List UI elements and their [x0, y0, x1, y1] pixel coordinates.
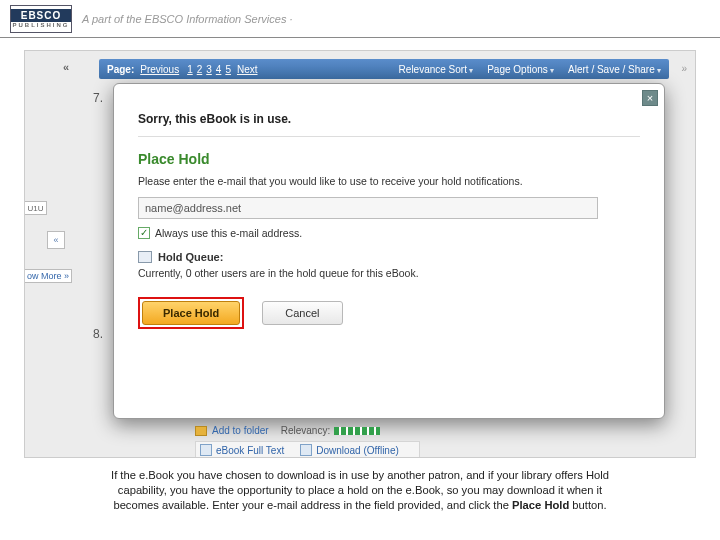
ebook-in-use-message: Sorry, this eBook is in use.: [138, 112, 640, 126]
email-input[interactable]: [138, 197, 598, 219]
page-2-link[interactable]: 2: [197, 64, 203, 75]
email-instruction: Please enter the e-mail that you would l…: [138, 175, 640, 187]
page-label: Page:: [107, 64, 134, 75]
add-to-folder-link[interactable]: Add to folder: [212, 425, 269, 436]
top-header: EBSCO PUBLISHING A part of the EBSCO Inf…: [0, 0, 720, 38]
result-number-7: 7.: [93, 91, 103, 105]
cancel-button[interactable]: Cancel: [262, 301, 342, 325]
page-previous-link[interactable]: Previous: [140, 64, 179, 75]
results-toolbar: Page: Previous 1 2 3 4 5 Next Relevance …: [99, 59, 669, 79]
left-panel-collapse-button[interactable]: «: [47, 231, 65, 249]
relevancy-label: Relevancy:: [281, 425, 330, 436]
hold-queue-label: Hold Queue:: [158, 251, 223, 263]
place-hold-dialog: × Sorry, this eBook is in use. Place Hol…: [113, 83, 665, 419]
highlight-box: Place Hold: [138, 297, 244, 329]
download-offline-link[interactable]: Download (Offline): [316, 445, 399, 456]
collapse-right-icon[interactable]: »: [681, 63, 687, 74]
page-next-link[interactable]: Next: [237, 64, 258, 75]
place-hold-heading: Place Hold: [138, 151, 640, 167]
always-use-email-label: Always use this e-mail address.: [155, 227, 302, 239]
result-links-row: eBook Full Text Download (Offline): [195, 441, 420, 458]
caption-text: If the e.Book you have chosen to downloa…: [34, 468, 686, 513]
hold-queue-row: Hold Queue:: [138, 251, 640, 263]
result-actions-row: Add to folder Relevancy:: [195, 425, 380, 436]
screenshot-frame: « » Page: Previous 1 2 3 4 5 Next Releva…: [24, 50, 696, 458]
ebsco-logo: EBSCO PUBLISHING: [10, 5, 72, 33]
checkbox-icon[interactable]: ✓: [138, 227, 150, 239]
page-5-link[interactable]: 5: [225, 64, 231, 75]
hold-queue-description: Currently, 0 other users are in the hold…: [138, 267, 640, 279]
ebook-full-text-link[interactable]: eBook Full Text: [216, 445, 284, 456]
page-3-link[interactable]: 3: [206, 64, 212, 75]
alert-save-share-menu[interactable]: Alert / Save / Share: [568, 64, 661, 75]
caption-line-2: capability, you have the opportunity to …: [118, 484, 602, 496]
left-panel-fragment-1: U1U: [25, 201, 47, 215]
page-4-link[interactable]: 4: [216, 64, 222, 75]
page-options-menu[interactable]: Page Options: [487, 64, 554, 75]
caption-line-1: If the e.Book you have chosen to downloa…: [111, 469, 609, 481]
logo-text-bottom: PUBLISHING: [12, 22, 69, 28]
page-1-link[interactable]: 1: [187, 64, 193, 75]
caption-line-3a: becomes available. Enter your e-mail add…: [113, 499, 512, 511]
place-hold-button[interactable]: Place Hold: [142, 301, 240, 325]
dialog-button-row: Place Hold Cancel: [138, 297, 640, 329]
divider: [138, 136, 640, 137]
queue-icon: [138, 251, 152, 263]
logo-text-top: EBSCO: [11, 9, 71, 22]
collapse-left-icon[interactable]: «: [63, 61, 69, 73]
folder-icon: [195, 426, 207, 436]
download-icon: [300, 444, 312, 456]
result-number-8: 8.: [93, 327, 103, 341]
close-button[interactable]: ×: [642, 90, 658, 106]
relevance-sort-menu[interactable]: Relevance Sort: [399, 64, 474, 75]
caption-bold: Place Hold: [512, 499, 569, 511]
caption-line-3c: button.: [569, 499, 606, 511]
always-use-email-row[interactable]: ✓ Always use this e-mail address.: [138, 227, 640, 239]
tagline: A part of the EBSCO Information Services…: [82, 13, 293, 25]
ebook-icon: [200, 444, 212, 456]
show-more-link[interactable]: ow More »: [25, 269, 72, 283]
relevancy-bar-icon: [334, 427, 380, 435]
